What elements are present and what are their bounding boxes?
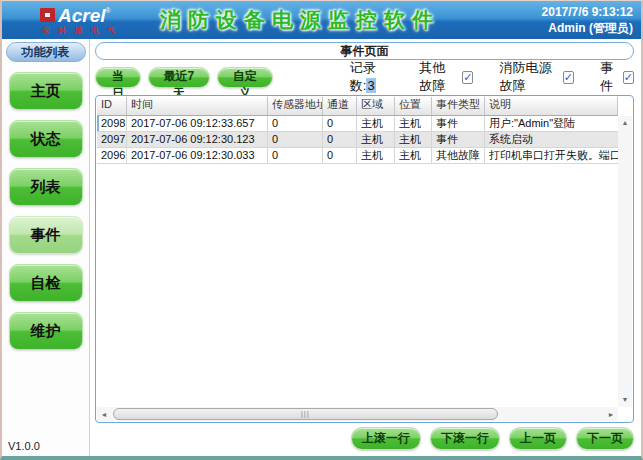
brand-name: Acrel [58, 6, 106, 25]
sidebar-item-status[interactable]: 状态 [9, 120, 83, 158]
logged-in-user: Admin (管理员) [542, 20, 633, 36]
checkbox-fire-power-fault-label: 消防电源故障 [499, 59, 557, 95]
checkbox-fire-power-fault[interactable]: 消防电源故障 ✓ [499, 59, 573, 95]
scroll-up-icon[interactable]: ▲ [618, 116, 632, 130]
cell-sensor-address: 0 [268, 116, 323, 131]
scroll-left-icon[interactable]: ◄ [97, 411, 111, 418]
sidebar-item-events[interactable]: 事件 [9, 216, 83, 254]
cell-time: 2017-07-06 09:12:33.657 [127, 116, 268, 131]
column-header-location[interactable]: 位置 [395, 97, 432, 115]
horizontal-scrollbar[interactable]: ◄ ||| ► [97, 407, 618, 421]
window-resize-grip [262, 456, 382, 460]
column-header-channel[interactable]: 通道 [323, 97, 357, 115]
cell-region: 主机 [357, 132, 395, 147]
cell-location: 主机 [395, 116, 432, 131]
cell-event-type: 事件 [432, 132, 485, 147]
horizontal-scroll-track[interactable]: ||| [111, 407, 604, 421]
brand-block: Acrel ® 安 科 瑞 电 气 [40, 6, 118, 35]
cell-event-type: 事件 [432, 116, 485, 131]
header-info: 2017/7/6 9:13:12 Admin (管理员) [542, 4, 633, 36]
cell-id: 2098 [97, 116, 127, 131]
filter-row: 当日 最近7天 自定义 记录数:3 其他故障 ✓ 消防电源故障 ✓ 事件 ✓ [95, 64, 634, 90]
checkbox-icon[interactable]: ✓ [623, 71, 634, 84]
column-header-region[interactable]: 区域 [357, 97, 395, 115]
table-header-row: ID 时间 传感器地址 通道 区域 位置 事件类型 说明 [97, 97, 618, 116]
cell-location: 主机 [395, 132, 432, 147]
next-page-button[interactable]: 下一页 [576, 427, 634, 450]
datetime-text: 2017/7/6 9:13:12 [542, 4, 633, 20]
main-area: 事件页面 当日 最近7天 自定义 记录数:3 其他故障 ✓ 消防电源故障 ✓ 事… [91, 39, 641, 456]
cell-region: 主机 [357, 148, 395, 163]
app-window: Acrel ® 安 科 瑞 电 气 消防设备电源监控软件 2017/7/6 9:… [0, 0, 643, 460]
cell-channel: 0 [323, 148, 357, 163]
cell-time: 2017-07-06 09:12:30.123 [127, 132, 268, 147]
sidebar: 功能列表 主页 状态 列表 事件 自检 维护 V1.0.0 [2, 39, 90, 456]
filter-custom-button[interactable]: 自定义 [217, 67, 273, 88]
brand-subtitle: 安 科 瑞 电 气 [42, 27, 118, 35]
acrel-logo-icon [40, 8, 55, 22]
table-row[interactable]: 2098 2017-07-06 09:12:33.657 0 0 主机 主机 事… [97, 116, 618, 132]
version-label: V1.0.0 [2, 440, 40, 456]
event-type-filters: 其他故障 ✓ 消防电源故障 ✓ 事件 ✓ [393, 59, 634, 95]
checkbox-other-fault-label: 其他故障 [419, 59, 457, 95]
column-header-time[interactable]: 时间 [127, 97, 268, 115]
column-header-description[interactable]: 说明 [485, 97, 618, 115]
filter-last7days-button[interactable]: 最近7天 [148, 67, 210, 88]
cell-time: 2017-07-06 09:12:30.033 [127, 148, 268, 163]
scroll-grip-icon: ||| [301, 410, 310, 418]
sidebar-header: 功能列表 [6, 42, 86, 62]
horizontal-scroll-thumb[interactable]: ||| [113, 408, 498, 420]
events-table: ID 时间 传感器地址 通道 区域 位置 事件类型 说明 2098 2017-0… [97, 97, 618, 407]
header-bar: Acrel ® 安 科 瑞 电 气 消防设备电源监控软件 2017/7/6 9:… [2, 1, 641, 39]
page-title: 事件页面 [95, 42, 634, 60]
cell-sensor-address: 0 [268, 132, 323, 147]
filter-today-button[interactable]: 当日 [95, 67, 141, 88]
sidebar-item-list[interactable]: 列表 [9, 168, 83, 206]
checkbox-event[interactable]: 事件 ✓ [600, 59, 634, 95]
cell-channel: 0 [323, 132, 357, 147]
cell-event-type: 其他故障 [432, 148, 485, 163]
scroll-up-row-button[interactable]: 上滚一行 [351, 427, 421, 450]
scroll-right-icon[interactable]: ► [604, 411, 618, 418]
pagination-row: 上滚一行 下滚一行 上一页 下一页 [91, 427, 634, 450]
sidebar-item-maintenance[interactable]: 维护 [9, 312, 83, 350]
record-count-value: 3 [366, 78, 375, 93]
registered-mark: ® [106, 7, 111, 14]
cell-id: 2097 [97, 132, 127, 147]
cell-sensor-address: 0 [268, 148, 323, 163]
table-row[interactable]: 2097 2017-07-06 09:12:30.123 0 0 主机 主机 事… [97, 132, 618, 148]
record-count: 记录数:3 [350, 59, 393, 95]
table-row[interactable]: 2096 2017-07-06 09:12:30.033 0 0 主机 主机 其… [97, 148, 618, 164]
checkbox-event-label: 事件 [600, 59, 618, 95]
previous-page-button[interactable]: 上一页 [509, 427, 567, 450]
column-header-id[interactable]: ID [97, 97, 127, 115]
cell-location: 主机 [395, 148, 432, 163]
column-header-event-type[interactable]: 事件类型 [432, 97, 485, 115]
cell-description: 用户:"Admin"登陆 [485, 116, 618, 131]
checkbox-icon[interactable]: ✓ [462, 71, 473, 84]
scroll-down-row-button[interactable]: 下滚一行 [430, 427, 500, 450]
vertical-scrollbar[interactable]: ▲ ▼ [618, 116, 632, 407]
sidebar-item-home[interactable]: 主页 [9, 72, 83, 110]
cell-channel: 0 [323, 116, 357, 131]
sidebar-item-selftest[interactable]: 自检 [9, 264, 83, 302]
cell-region: 主机 [357, 116, 395, 131]
events-table-panel: ID 时间 传感器地址 通道 区域 位置 事件类型 说明 2098 2017-0… [95, 95, 634, 423]
app-title: 消防设备电源监控软件 [160, 6, 440, 34]
column-header-sensor-address[interactable]: 传感器地址 [268, 97, 323, 115]
checkbox-icon[interactable]: ✓ [563, 71, 574, 84]
scroll-down-icon[interactable]: ▼ [618, 393, 632, 407]
checkbox-other-fault[interactable]: 其他故障 ✓ [419, 59, 473, 95]
cell-id: 2096 [97, 148, 127, 163]
cell-description: 打印机串口打开失败。端口 "C [485, 148, 618, 163]
cell-description: 系统启动 [485, 132, 618, 147]
